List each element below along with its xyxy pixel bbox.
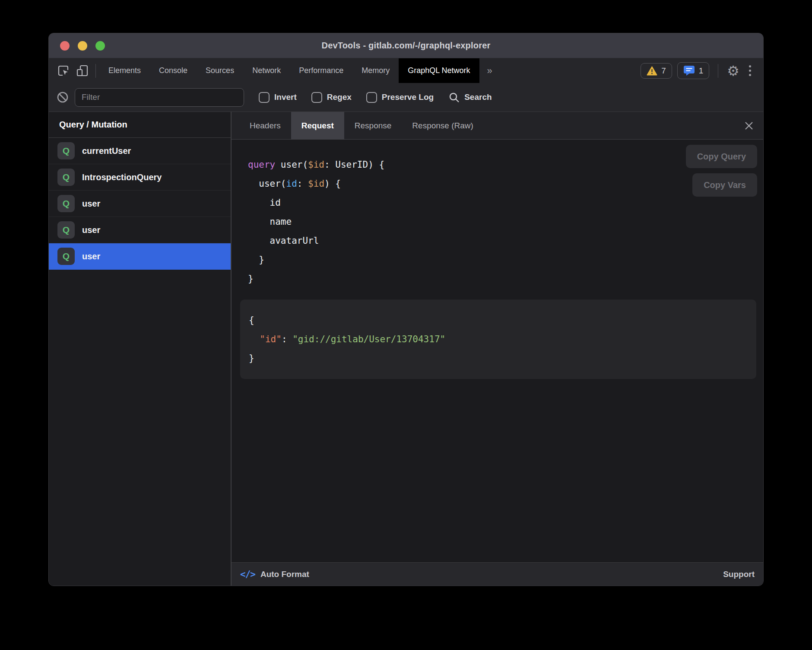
search-button[interactable]: Search xyxy=(448,92,492,103)
code-line: name xyxy=(248,212,763,231)
chat-bubble-icon xyxy=(683,65,695,76)
tab-sources[interactable]: Sources xyxy=(197,58,243,83)
warnings-badge[interactable]: 7 xyxy=(641,63,672,79)
issues-count: 1 xyxy=(699,66,704,76)
toolbar-divider xyxy=(95,64,96,78)
support-link[interactable]: Support xyxy=(723,570,755,579)
panel-tab-bar: HeadersRequestResponseResponse (Raw) xyxy=(232,112,763,140)
toolbar-right: 7 1 ⚙ xyxy=(641,58,763,83)
toolbar-divider xyxy=(718,64,718,78)
query-name-label: user xyxy=(82,199,100,209)
code-line: "id": "gid://gitlab/User/13704317" xyxy=(249,330,748,349)
query-type-badge: Q xyxy=(57,142,75,159)
close-panel-button[interactable] xyxy=(744,112,754,139)
checkbox-regex[interactable]: Regex xyxy=(311,92,352,103)
request-body: Copy Query Copy Vars query user($id: Use… xyxy=(232,140,763,562)
checkbox-box[interactable] xyxy=(259,92,270,103)
search-label: Search xyxy=(464,92,492,102)
more-tabs-button[interactable]: » xyxy=(479,58,500,83)
device-toolbar-icon xyxy=(76,64,89,77)
window-title: DevTools - gitlab.com/-/graphql-explorer xyxy=(321,41,490,51)
devtools-tabs: ElementsConsoleSourcesNetworkPerformance… xyxy=(99,58,479,83)
sidebar-header: Query / Mutation xyxy=(49,112,231,138)
tab-console[interactable]: Console xyxy=(150,58,197,83)
code-line: { xyxy=(249,311,748,330)
title-bar: DevTools - gitlab.com/-/graphql-explorer xyxy=(49,33,763,58)
code-format-icon: </> xyxy=(240,569,255,580)
checkbox-label: Preserve Log xyxy=(382,92,434,102)
query-variables-box: { "id": "gid://gitlab/User/13704317"} xyxy=(240,300,756,379)
panel-tabs: HeadersRequestResponseResponse (Raw) xyxy=(239,112,484,139)
list-item-user[interactable]: Quser xyxy=(49,191,231,217)
request-detail-panel: HeadersRequestResponseResponse (Raw) Cop… xyxy=(232,112,763,586)
copy-vars-button[interactable]: Copy Vars xyxy=(692,173,757,197)
query-name-label: IntrospectionQuery xyxy=(82,172,162,182)
panel-tab-request[interactable]: Request xyxy=(291,112,344,139)
query-type-badge: Q xyxy=(57,169,75,186)
checkbox-invert[interactable]: Invert xyxy=(259,92,297,103)
checkbox-preserve-log[interactable]: Preserve Log xyxy=(366,92,434,103)
settings-gear-icon[interactable]: ⚙ xyxy=(727,64,739,78)
tab-memory[interactable]: Memory xyxy=(352,58,399,83)
warning-count: 7 xyxy=(661,66,666,76)
devtools-toolbar: ElementsConsoleSourcesNetworkPerformance… xyxy=(49,58,763,83)
list-item-user[interactable]: Quser xyxy=(49,243,231,270)
warning-icon xyxy=(647,66,657,76)
tab-elements[interactable]: Elements xyxy=(99,58,150,83)
filter-bar: InvertRegexPreserve Log Search xyxy=(49,83,763,112)
tab-network[interactable]: Network xyxy=(243,58,290,83)
code-line: } xyxy=(249,349,748,368)
checkbox-box[interactable] xyxy=(311,92,322,103)
tab-graphql-network[interactable]: GraphQL Network xyxy=(399,58,479,83)
list-item-currentUser[interactable]: QcurrentUser xyxy=(49,138,231,164)
issues-badge[interactable]: 1 xyxy=(677,62,710,79)
block-icon[interactable] xyxy=(57,91,69,103)
devtools-window: DevTools - gitlab.com/-/graphql-explorer… xyxy=(48,33,764,586)
copy-buttons: Copy Query Copy Vars xyxy=(686,145,757,197)
status-bar: </> Auto Format Support xyxy=(232,562,763,586)
sidebar-items: QcurrentUserQIntrospectionQueryQuserQuse… xyxy=(49,138,231,270)
auto-format-button[interactable]: Auto Format xyxy=(260,570,309,579)
close-icon xyxy=(744,121,754,131)
checkbox-box[interactable] xyxy=(366,92,377,103)
list-item-user[interactable]: Quser xyxy=(49,217,231,243)
inspect-icon xyxy=(57,64,70,77)
inspect-element-button[interactable] xyxy=(54,58,73,83)
checkbox-label: Invert xyxy=(274,92,297,102)
code-line: } xyxy=(248,250,763,269)
query-name-label: currentUser xyxy=(82,146,131,156)
query-type-badge: Q xyxy=(57,195,75,212)
panel-tab-headers[interactable]: Headers xyxy=(239,112,291,139)
zoom-window-button[interactable] xyxy=(95,41,105,51)
traffic-lights xyxy=(60,33,105,58)
panel-tab-response[interactable]: Response xyxy=(344,112,402,139)
filter-checkboxes: InvertRegexPreserve Log xyxy=(244,92,434,103)
minimize-window-button[interactable] xyxy=(78,41,87,51)
filter-input[interactable] xyxy=(75,88,244,107)
close-window-button[interactable] xyxy=(60,41,70,51)
query-list-sidebar: Query / Mutation QcurrentUserQIntrospect… xyxy=(49,112,232,586)
code-line: } xyxy=(248,269,763,288)
checkbox-label: Regex xyxy=(327,92,352,102)
list-item-IntrospectionQuery[interactable]: QIntrospectionQuery xyxy=(49,164,231,191)
kebab-menu-icon[interactable] xyxy=(745,65,755,76)
copy-query-button[interactable]: Copy Query xyxy=(686,145,757,168)
device-toolbar-button[interactable] xyxy=(73,58,92,83)
search-icon xyxy=(448,92,460,103)
code-line: avatarUrl xyxy=(248,231,763,250)
query-type-badge: Q xyxy=(57,248,75,265)
query-name-label: user xyxy=(82,225,100,235)
query-type-badge: Q xyxy=(57,221,75,239)
panel-tab-response-raw-[interactable]: Response (Raw) xyxy=(402,112,484,139)
tab-performance[interactable]: Performance xyxy=(290,58,352,83)
query-name-label: user xyxy=(82,252,100,261)
content-area: Query / Mutation QcurrentUserQIntrospect… xyxy=(49,112,763,586)
